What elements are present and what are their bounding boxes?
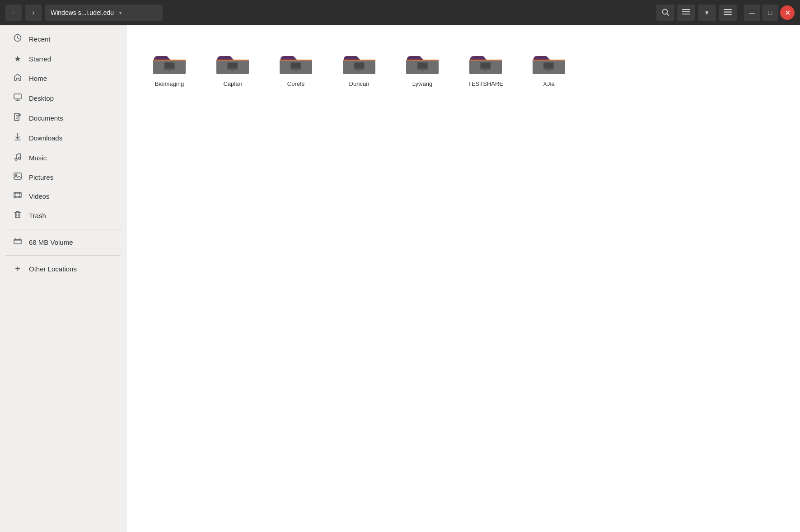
svg-rect-58 <box>291 63 300 68</box>
back-button[interactable]: ‹ <box>5 5 22 21</box>
folder-item[interactable]: XJia <box>519 39 578 92</box>
recent-label: Recent <box>29 35 51 43</box>
folder-grid: Bioimaging Caplan <box>140 39 786 92</box>
minimize-icon: — <box>749 9 755 16</box>
folder-item[interactable]: Lywang <box>393 39 452 92</box>
folder-icon <box>468 46 504 77</box>
forward-button[interactable]: › <box>25 5 42 21</box>
folder-label: Corefs <box>287 80 304 87</box>
pictures-icon <box>13 173 23 182</box>
svg-rect-7 <box>724 11 732 12</box>
titlebar: ‹ › Windows s...i.udel.edu ▾ <box>0 0 800 25</box>
maximize-icon: □ <box>768 9 772 16</box>
titlebar-actions: ▾ <box>656 5 737 21</box>
home-icon <box>13 73 23 84</box>
svg-rect-92 <box>533 60 565 61</box>
sidebar-item-downloads[interactable]: Downloads <box>4 128 122 148</box>
svg-rect-65 <box>343 60 375 61</box>
folder-icon <box>404 46 440 77</box>
pictures-label: Pictures <box>29 173 53 181</box>
downloads-label: Downloads <box>29 134 62 142</box>
svg-point-20 <box>19 157 21 159</box>
folder-item[interactable]: Caplan <box>203 39 262 92</box>
close-icon: ✕ <box>785 9 791 17</box>
svg-point-19 <box>15 158 17 160</box>
home-label: Home <box>29 75 47 82</box>
volume-label: 68 MB Volume <box>29 238 73 246</box>
trash-label: Trash <box>29 212 46 219</box>
svg-rect-85 <box>481 63 490 68</box>
sidebar-divider-2 <box>5 255 121 256</box>
music-label: Music <box>29 154 47 162</box>
window-controls: — □ ✕ <box>744 5 795 21</box>
other-locations-label: Other Locations <box>29 265 77 273</box>
svg-rect-4 <box>682 14 690 14</box>
videos-label: Videos <box>29 192 50 200</box>
svg-point-22 <box>15 174 17 176</box>
desktop-label: Desktop <box>29 94 54 102</box>
content-area: Bioimaging Caplan <box>126 25 800 532</box>
folder-label: Caplan <box>223 80 242 87</box>
sidebar-item-recent[interactable]: Recent <box>4 29 122 49</box>
sidebar-item-home[interactable]: Home <box>4 69 122 88</box>
svg-rect-10 <box>14 94 21 99</box>
documents-label: Documents <box>29 114 63 122</box>
folder-item[interactable]: Duncan <box>330 39 388 92</box>
folder-label: XJia <box>543 80 554 87</box>
address-bar[interactable]: Windows s...i.udel.edu ▾ <box>45 5 163 21</box>
folder-icon <box>151 46 187 77</box>
search-icon <box>661 8 669 18</box>
sidebar: Recent ★ Starred Home Desktop <box>0 25 126 532</box>
volume-icon <box>13 238 23 247</box>
sidebar-item-volume[interactable]: 68 MB Volume <box>4 233 122 252</box>
sidebar-item-desktop[interactable]: Desktop <box>4 89 122 108</box>
svg-rect-40 <box>165 63 174 68</box>
folder-label: Lywang <box>412 80 432 87</box>
forward-icon: › <box>32 9 34 17</box>
sidebar-item-other-locations[interactable]: + Other Locations <box>4 259 122 279</box>
svg-rect-94 <box>544 63 553 68</box>
folder-label: TESTSHARE <box>468 80 503 87</box>
sidebar-item-trash[interactable]: Trash <box>4 206 122 225</box>
svg-rect-23 <box>14 192 21 198</box>
svg-rect-67 <box>355 63 364 68</box>
desktop-icon <box>13 93 23 103</box>
sidebar-item-music[interactable]: Music <box>4 148 122 168</box>
close-button[interactable]: ✕ <box>780 5 795 20</box>
hamburger-menu-button[interactable] <box>719 5 737 21</box>
documents-icon <box>13 113 23 123</box>
recent-icon <box>13 34 23 44</box>
address-dropdown-icon: ▾ <box>119 10 122 15</box>
folder-icon <box>278 46 314 77</box>
sidebar-divider-1 <box>5 229 121 229</box>
folder-label: Duncan <box>349 80 370 87</box>
downloads-icon <box>13 133 23 143</box>
chevron-down-icon: ▾ <box>705 9 709 17</box>
minimize-button[interactable]: — <box>744 5 760 21</box>
folder-item[interactable]: Corefs <box>267 39 325 92</box>
sidebar-item-starred[interactable]: ★ Starred <box>4 49 122 68</box>
svg-rect-56 <box>280 60 312 61</box>
music-icon <box>13 153 23 163</box>
folder-label: Bioimaging <box>155 80 184 87</box>
other-locations-icon: + <box>13 264 23 274</box>
maximize-button[interactable]: □ <box>762 5 778 21</box>
svg-rect-83 <box>469 60 502 61</box>
sidebar-item-videos[interactable]: Videos <box>4 187 122 205</box>
folder-icon <box>215 46 251 77</box>
svg-rect-3 <box>682 11 690 12</box>
svg-rect-6 <box>724 9 732 10</box>
sidebar-item-pictures[interactable]: Pictures <box>4 168 122 187</box>
trash-icon <box>13 210 23 221</box>
list-view-button[interactable] <box>677 5 695 21</box>
folder-item[interactable]: TESTSHARE <box>456 39 515 92</box>
svg-rect-21 <box>14 173 21 179</box>
svg-rect-47 <box>216 60 249 61</box>
svg-line-1 <box>667 14 669 15</box>
folder-item[interactable]: Bioimaging <box>140 39 199 92</box>
view-options-dropdown-button[interactable]: ▾ <box>698 5 716 21</box>
sidebar-item-documents[interactable]: Documents <box>4 108 122 128</box>
svg-rect-31 <box>14 239 21 244</box>
folder-icon <box>341 46 377 77</box>
search-button[interactable] <box>656 5 674 21</box>
